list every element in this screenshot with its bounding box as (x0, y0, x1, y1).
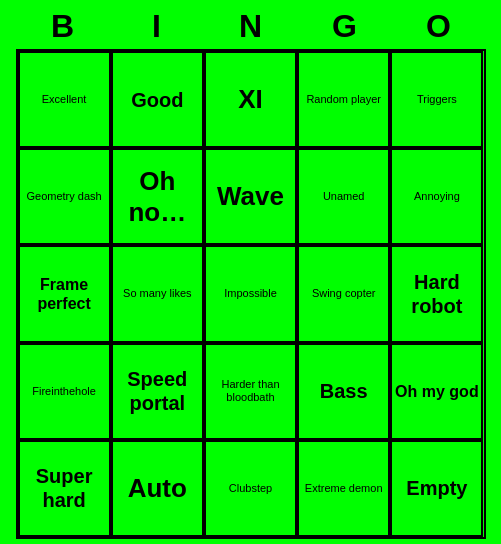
bingo-cell-1[interactable]: Good (111, 51, 204, 148)
header-letter: B (20, 8, 106, 45)
bingo-cell-20[interactable]: Super hard (18, 440, 111, 537)
bingo-cell-2[interactable]: XI (204, 51, 297, 148)
bingo-cell-11[interactable]: So many likes (111, 245, 204, 342)
bingo-cell-14[interactable]: Hard robot (390, 245, 483, 342)
bingo-cell-8[interactable]: Unamed (297, 148, 390, 245)
header-letter: G (302, 8, 388, 45)
bingo-cell-13[interactable]: Swing copter (297, 245, 390, 342)
bingo-cell-16[interactable]: Speed portal (111, 343, 204, 440)
bingo-cell-5[interactable]: Geometry dash (18, 148, 111, 245)
bingo-cell-19[interactable]: Oh my god (390, 343, 483, 440)
header-letter: O (396, 8, 482, 45)
header-letter: I (114, 8, 200, 45)
bingo-cell-23[interactable]: Extreme demon (297, 440, 390, 537)
bingo-grid: ExcellentGoodXIRandom playerTriggersGeom… (16, 49, 486, 539)
bingo-header: BINGO (16, 0, 486, 49)
bingo-cell-0[interactable]: Excellent (18, 51, 111, 148)
bingo-cell-22[interactable]: Clubstep (204, 440, 297, 537)
header-letter: N (208, 8, 294, 45)
bingo-cell-15[interactable]: Fireinthehole (18, 343, 111, 440)
bingo-cell-17[interactable]: Harder than bloodbath (204, 343, 297, 440)
bingo-cell-24[interactable]: Empty (390, 440, 483, 537)
bingo-cell-4[interactable]: Triggers (390, 51, 483, 148)
bingo-cell-21[interactable]: Auto (111, 440, 204, 537)
bingo-cell-18[interactable]: Bass (297, 343, 390, 440)
bingo-cell-9[interactable]: Annoying (390, 148, 483, 245)
bingo-cell-6[interactable]: Oh no… (111, 148, 204, 245)
bingo-cell-7[interactable]: Wave (204, 148, 297, 245)
bingo-cell-10[interactable]: Frame perfect (18, 245, 111, 342)
bingo-cell-12[interactable]: Impossible (204, 245, 297, 342)
bingo-cell-3[interactable]: Random player (297, 51, 390, 148)
